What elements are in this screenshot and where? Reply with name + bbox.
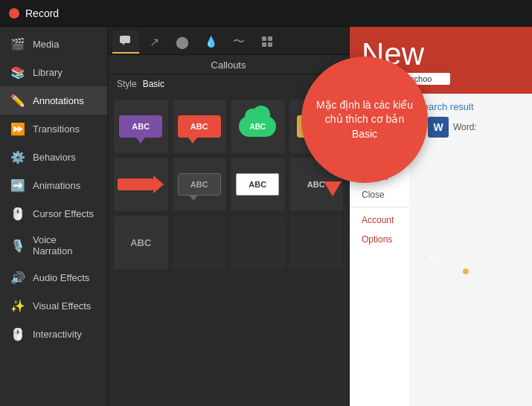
tab-drop[interactable]: 💧 (197, 30, 224, 54)
sidebar-label-visual-effects: Visual Effects (33, 300, 91, 312)
word-icon: W (428, 117, 449, 138)
animations-icon: ➡️ (10, 178, 25, 193)
sidebar-item-library[interactable]: 📚 Library (0, 58, 107, 86)
menu-close[interactable]: Close (350, 186, 409, 204)
sidebar-label-animations: Animations (33, 180, 80, 191)
sidebar-item-visual-effects[interactable]: ✨ Visual Effects (0, 291, 107, 320)
circle-tab-icon: ⬤ (176, 35, 189, 49)
tab-more[interactable] (254, 30, 281, 54)
tab-wave[interactable]: 〜 (225, 30, 252, 54)
library-icon: 📚 (10, 65, 25, 80)
search-result-label: Word: (453, 122, 477, 132)
callout-empty-1[interactable] (173, 216, 227, 269)
sidebar-label-media: Media (33, 39, 59, 50)
callout-green-cloud[interactable]: ABC (231, 100, 285, 153)
sidebar-label-interactivity: Interactivity (33, 329, 82, 340)
app-title: Record (25, 7, 59, 19)
callout-empty-3[interactable] (289, 216, 344, 269)
sidebar-label-cursor-effects: Cursor Effects (33, 208, 94, 219)
dark-bubble-shape: ABC (178, 173, 221, 196)
menu-separator (350, 207, 409, 207)
sidebar-item-media[interactable]: 🎬 Media (0, 30, 107, 58)
media-icon: 🎬 (10, 36, 25, 51)
svg-rect-3 (268, 36, 272, 41)
tooltip-bubble: Mặc định là các kiểu chủ thích cơ bản Ba… (301, 57, 428, 183)
center-panel: ↗ ⬤ 💧 〜 Callouts (108, 27, 350, 406)
menu-options[interactable]: Options (350, 230, 409, 249)
svg-rect-4 (262, 42, 266, 47)
green-cloud-shape: ABC (236, 112, 279, 141)
visual-effects-icon: ✨ (10, 298, 25, 313)
drop-tab-icon: 💧 (205, 36, 217, 48)
sidebar-item-audio-effects[interactable]: 🔊 Audio Effects (0, 263, 107, 291)
callout-empty-2[interactable] (231, 216, 285, 269)
tab-circle[interactable]: ⬤ (169, 30, 196, 54)
sidebar-label-annotations: Annotations (33, 95, 84, 106)
annotations-icon: ✏️ (10, 93, 25, 108)
arrow-tab-icon: ↗ (150, 35, 159, 49)
callouts-header: Callouts (108, 55, 349, 74)
white-box-shape: ABC (236, 173, 279, 196)
more-tab-icon (260, 35, 274, 48)
sidebar-label-library: Library (33, 67, 63, 78)
behaviors-icon: ⚙️ (10, 149, 25, 164)
svg-marker-1 (122, 43, 124, 45)
tooltip-text: Mặc định là các kiểu chủ thích cơ bản Ba… (313, 98, 416, 142)
cursor-arrow: ↖ (428, 250, 439, 266)
sidebar: 🎬 Media 📚 Library ✏️ Annotations ⏩ Trans… (0, 27, 108, 406)
sidebar-item-transitions[interactable]: ⏩ Transitions (0, 115, 107, 143)
sidebar-label-transitions: Transitions (33, 123, 80, 135)
search-result-title: Search result (417, 101, 525, 112)
sidebar-item-annotations[interactable]: ✏️ Annotations (0, 86, 107, 115)
sidebar-label-behaviors: Behaviors (33, 152, 76, 163)
menu-account[interactable]: Account (350, 210, 409, 230)
style-value: Basic (143, 79, 164, 89)
callouts-title: Callouts (211, 59, 246, 71)
record-indicator (9, 8, 19, 19)
sidebar-item-voice-narration[interactable]: 🎙️ Voice Narration (0, 228, 107, 263)
tab-callout[interactable] (112, 30, 139, 54)
callout-red-speech[interactable]: ABC (173, 100, 227, 153)
red-speech-shape: ABC (178, 115, 221, 138)
red-arrow-shape (118, 175, 164, 193)
callout-tab-icon (119, 34, 132, 48)
audio-effects-icon: 🔊 (10, 270, 25, 285)
sidebar-label-voice-narration: Voice Narration (33, 234, 97, 257)
purple-speech-shape: ABC (119, 115, 162, 138)
callout-dark-bubble[interactable]: ABC (173, 158, 227, 211)
title-bar: Record (0, 0, 532, 27)
plain-abc-shape: ABC (130, 237, 151, 248)
svg-rect-5 (268, 42, 272, 47)
callout-white-box[interactable]: ABC (231, 158, 285, 211)
callout-purple-speech[interactable]: ABC (114, 100, 168, 153)
sidebar-label-audio-effects: Audio Effects (33, 272, 89, 283)
toolbar-tabs: ↗ ⬤ 💧 〜 (108, 27, 349, 55)
svg-rect-0 (120, 36, 130, 43)
search-result-item: ▶ W Word: (417, 117, 525, 138)
voice-narration-icon: 🎙️ (10, 238, 25, 253)
sidebar-item-interactivity[interactable]: 🖱️ Interactivity (0, 320, 107, 348)
main-layout: 🎬 Media 📚 Library ✏️ Annotations ⏩ Trans… (0, 27, 532, 406)
wave-tab-icon: 〜 (233, 34, 245, 50)
transitions-icon: ⏩ (10, 121, 25, 136)
sidebar-item-cursor-effects[interactable]: 🖱️ Cursor Effects (0, 199, 107, 228)
sidebar-item-animations[interactable]: ➡️ Animations (0, 171, 107, 199)
sidebar-item-behaviors[interactable]: ⚙️ Behaviors (0, 143, 107, 171)
callout-plain-abc[interactable]: ABC (114, 216, 168, 269)
cursor-effects-icon: 🖱️ (10, 206, 25, 221)
tab-arrow[interactable]: ↗ (141, 30, 167, 54)
style-label: Style (117, 79, 137, 89)
interactivity-icon: 🖱️ (10, 326, 25, 341)
plain-text-shape: ABC (307, 180, 325, 189)
svg-rect-2 (262, 36, 266, 41)
callout-red-arrow[interactable] (114, 158, 168, 211)
orange-dot (463, 268, 469, 274)
